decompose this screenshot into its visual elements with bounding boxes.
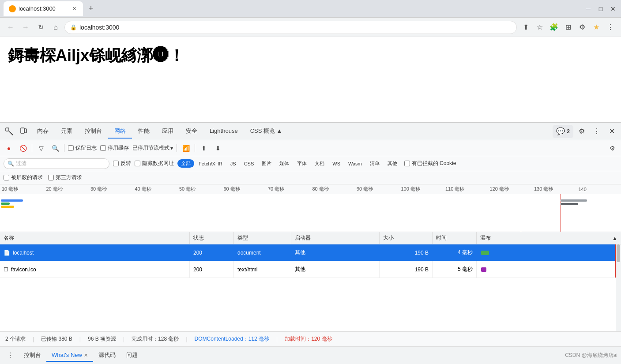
table-row[interactable]: ☐favicon.ico200text/html其他190 B5 毫秒 — [0, 261, 621, 278]
devtools-tab-应用[interactable]: 应用 — [156, 124, 180, 139]
filter-chip-媒体[interactable]: 媒体 — [276, 159, 293, 168]
devtools-tab-控制台[interactable]: 控制台 — [79, 124, 108, 139]
devtools-tab-网络[interactable]: 网络 — [108, 124, 132, 139]
clear-button[interactable]: 🚫 — [18, 143, 28, 154]
blocked-requests-checkbox[interactable]: 被屏蔽的请求 — [4, 174, 43, 181]
filter-input-wrap[interactable]: 🔍 过滤 — [4, 158, 109, 169]
hide-data-checkbox[interactable]: 隐藏数据网址 — [135, 160, 174, 167]
row-name-1: favicon.ico — [11, 266, 36, 273]
browser-tab[interactable]: ● localhost:3000 ✕ — [4, 1, 83, 16]
devtools-inspect-icon[interactable] — [3, 125, 16, 138]
address-box[interactable]: 🔒 localhost:3000 — [64, 21, 517, 34]
blocked-cookie-input[interactable] — [404, 161, 410, 166]
sort-icon[interactable]: ▲ — [612, 235, 617, 241]
close-button[interactable]: ✕ — [609, 4, 617, 13]
new-tab-button[interactable]: + — [85, 3, 97, 15]
bottom-menu-icon[interactable]: ⋮ — [4, 349, 17, 362]
filter-chip-Fetch/XHR[interactable]: Fetch/XHR — [195, 160, 226, 167]
filter-chip-图片[interactable]: 图片 — [258, 159, 275, 168]
forward-button[interactable]: → — [19, 21, 32, 34]
preserve-log-checkbox[interactable]: 保留日志 — [68, 144, 97, 152]
sidebar-icon[interactable]: ⊞ — [562, 21, 574, 34]
window-controls: ─ □ ✕ — [584, 4, 617, 13]
network-settings-button[interactable]: ⚙ — [607, 143, 617, 154]
profile-icon[interactable]: ⚙ — [576, 21, 588, 34]
filter-chip-字体[interactable]: 字体 — [294, 159, 310, 168]
th-name-label: 名称 — [4, 234, 14, 242]
scrollbar-track[interactable] — [616, 244, 621, 331]
record-button[interactable]: ● — [4, 143, 14, 154]
devtools-tab-性能[interactable]: 性能 — [132, 124, 156, 139]
finish-time: 完成用时：128 毫秒 — [132, 335, 179, 343]
blocked-cookie-checkbox[interactable]: 有已拦截的 Cookie — [404, 160, 456, 167]
disable-cache-input[interactable] — [100, 145, 106, 151]
invert-input[interactable] — [113, 161, 119, 166]
filter-chip-清单[interactable]: 清单 — [366, 159, 383, 168]
table-row[interactable]: 📄localhost200document其他190 B4 毫秒 — [0, 244, 621, 261]
import-har-button[interactable]: ⬆ — [199, 143, 209, 154]
blocked-requests-label: 被屏蔽的请求 — [11, 174, 43, 181]
tab-close-button[interactable]: ✕ — [71, 5, 78, 12]
filter-chip-JS[interactable]: JS — [227, 160, 240, 167]
divider-s5: | — [276, 336, 278, 342]
reload-button[interactable]: ↻ — [34, 21, 47, 34]
third-party-checkbox[interactable]: 第三方请求 — [48, 174, 82, 181]
status-bar: 2 个请求 | 已传输 380 B | 96 B 项资源 | 完成用时：128 … — [0, 331, 621, 346]
more-icon[interactable]: ⋮ — [604, 21, 617, 34]
devtools-more-icon[interactable]: ⋮ — [590, 125, 603, 138]
hide-data-input[interactable] — [135, 161, 140, 166]
divider-s3: | — [123, 336, 124, 342]
ruler-tick-9: 100 毫秒 — [399, 186, 444, 192]
scrollbar-thumb[interactable] — [617, 244, 620, 262]
devtools-tab-CSS_概览_▲[interactable]: CSS 概览 ▲ — [244, 124, 289, 139]
devtools-device-icon[interactable] — [17, 125, 30, 138]
bookmark-icon[interactable]: ☆ — [534, 21, 546, 34]
devtools-close-icon[interactable]: ✕ — [605, 125, 618, 138]
invert-checkbox[interactable]: 反转 — [113, 160, 131, 167]
home-button[interactable]: ⌂ — [49, 21, 62, 34]
th-status: 状态 — [190, 232, 234, 244]
wifi-icon[interactable]: 📶 — [181, 143, 191, 154]
back-button[interactable]: ← — [4, 21, 17, 34]
disable-cache-checkbox[interactable]: 停用缓存 — [100, 144, 129, 152]
star-active-icon[interactable]: ★ — [590, 21, 602, 34]
filter-chip-Wasm[interactable]: Wasm — [345, 160, 365, 167]
timeline-area[interactable]: 10 毫秒20 毫秒30 毫秒40 毫秒50 毫秒60 毫秒70 毫秒80 毫秒… — [0, 184, 621, 232]
bottom-tab-close[interactable]: ✕ — [84, 353, 88, 358]
url-display: localhost:3000 — [79, 24, 511, 31]
timeline-graph[interactable] — [0, 194, 621, 232]
third-party-input[interactable] — [48, 175, 54, 180]
bottom-tab-源代码[interactable]: 源代码 — [93, 349, 121, 363]
filter-chip-全部[interactable]: 全部 — [177, 159, 194, 168]
devtools-settings-icon[interactable]: ⚙ — [575, 125, 588, 138]
branding-text: CSDN @海底烧烤店ai — [565, 352, 617, 359]
throttle-select[interactable]: 已停用节流模式 ▾ — [132, 144, 173, 152]
preserve-log-input[interactable] — [68, 145, 74, 151]
page-content: 鎒夀棎Ailjx铩岘絼漷⓿！ — [0, 37, 621, 122]
ruler-tick-11: 120 毫秒 — [488, 186, 533, 192]
divider-s1: | — [33, 336, 34, 342]
filter-chip-CSS[interactable]: CSS — [241, 160, 258, 167]
devtools-tab-元素[interactable]: 元素 — [55, 124, 79, 139]
devtools-chat-icon[interactable]: 💬 2 — [553, 125, 573, 138]
search-network-button[interactable]: 🔍 — [50, 143, 60, 154]
devtools-tab-Lighthouse[interactable]: Lighthouse — [203, 125, 244, 138]
devtools-tab-内存[interactable]: 内存 — [31, 124, 55, 139]
load-time: 加载时间：120 毫秒 — [285, 335, 332, 343]
bottom-tab-控制台[interactable]: 控制台 — [19, 349, 46, 363]
blocked-requests-input[interactable] — [4, 175, 9, 180]
filter-chip-文档[interactable]: 文档 — [311, 159, 328, 168]
maximize-button[interactable]: □ — [596, 4, 605, 13]
ruler-tick-13: 140 — [577, 187, 621, 192]
devtools-tab-安全[interactable]: 安全 — [180, 124, 203, 139]
filter-chip-其他[interactable]: 其他 — [384, 159, 401, 168]
bottom-tab-问题[interactable]: 问题 — [121, 349, 143, 363]
filter-button[interactable]: ▽ — [36, 143, 46, 154]
share-icon[interactable]: ⬆ — [519, 21, 532, 34]
td-initiator-1: 其他 — [291, 261, 380, 278]
export-har-button[interactable]: ⬇ — [213, 143, 223, 154]
bottom-tab-What's_New[interactable]: What's New✕ — [46, 349, 93, 362]
minimize-button[interactable]: ─ — [584, 4, 593, 13]
filter-chip-WS[interactable]: WS — [329, 160, 344, 167]
extension-icon[interactable]: 🧩 — [548, 21, 560, 34]
